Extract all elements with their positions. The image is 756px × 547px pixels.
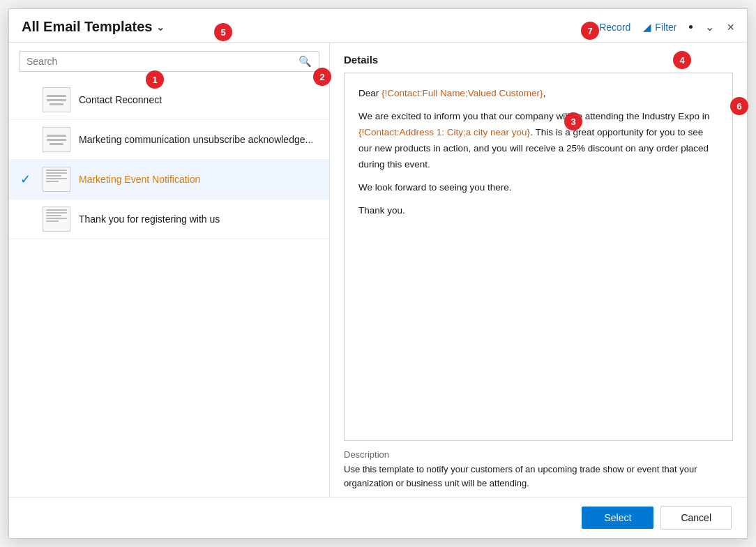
template-thumb <box>43 127 70 152</box>
select-button[interactable]: Select <box>582 507 653 529</box>
check-icon: ✓ <box>20 172 34 187</box>
email-line-2: We are excited to inform you that our co… <box>358 109 718 173</box>
template-list: Contact Reconnect Marketing communicatio… <box>9 77 329 497</box>
dynamic-contact-name: {!Contact:Full Name;Valued Customer} <box>381 88 543 98</box>
template-item[interactable]: Marketing communication unsubscribe ackn… <box>9 120 329 160</box>
right-panel: Details Dear {!Contact:Full Name;Valued … <box>330 43 747 497</box>
dialog-title-text: All Email Templates <box>22 19 152 35</box>
dialog-title: All Email Templates ⌄ <box>22 19 165 35</box>
dialog-header: All Email Templates ⌄ 📁 Record ◢ Filter … <box>9 9 747 43</box>
template-name: Marketing communication unsubscribe ackn… <box>79 134 313 145</box>
email-line-3: We look forward to seeing you there. <box>358 180 718 196</box>
close-button[interactable]: × <box>727 21 734 33</box>
record-label: Record <box>599 22 630 33</box>
template-item-selected[interactable]: ✓ Marketing Event Notification <box>9 160 329 200</box>
description-text: Use this template to notify your custome… <box>344 463 733 490</box>
details-label: Details <box>344 54 733 66</box>
template-item[interactable]: Thank you for registering with us <box>9 200 329 239</box>
dynamic-city: {!Contact:Address 1: City;a city near yo… <box>358 127 530 137</box>
email-preview: Dear {!Contact:Full Name;Valued Customer… <box>344 73 733 441</box>
filter-icon: ◢ <box>643 21 651 33</box>
template-name: Thank you for registering with us <box>79 213 220 225</box>
email-line-1: Dear {!Contact:Full Name;Valued Customer… <box>358 86 718 102</box>
search-input[interactable] <box>27 56 298 67</box>
header-actions: 📁 Record ◢ Filter ⌄ × <box>582 20 734 33</box>
template-thumb-alt <box>43 207 70 232</box>
template-thumb-alt <box>43 167 70 192</box>
filter-label: Filter <box>655 22 676 33</box>
title-dropdown-icon[interactable]: ⌄ <box>156 22 165 33</box>
left-panel: 🔍 Contact Reconnect <box>9 43 330 497</box>
dialog-body: 🔍 Contact Reconnect <box>9 43 747 497</box>
email-line-4: Thank you. <box>358 203 718 219</box>
search-bar: 🔍 <box>19 51 319 72</box>
record-icon: 📁 <box>582 21 596 33</box>
cancel-button[interactable]: Cancel <box>660 506 732 530</box>
template-name-selected: Marketing Event Notification <box>79 174 200 185</box>
more-options-dot[interactable] <box>689 25 693 29</box>
template-item[interactable]: Contact Reconnect <box>9 80 329 120</box>
dialog-footer: Select Cancel <box>9 497 747 538</box>
record-button[interactable]: 📁 Record <box>582 21 630 33</box>
email-templates-dialog: 1 2 3 4 5 6 7 All Email Templates ⌄ 📁 Re… <box>8 8 748 539</box>
filter-button[interactable]: ◢ Filter <box>643 21 676 33</box>
expand-icon[interactable]: ⌄ <box>705 20 714 33</box>
search-icon[interactable]: 🔍 <box>298 55 312 68</box>
template-thumb <box>43 87 70 112</box>
template-name: Contact Reconnect <box>79 94 162 105</box>
description-label: Description <box>344 449 733 460</box>
